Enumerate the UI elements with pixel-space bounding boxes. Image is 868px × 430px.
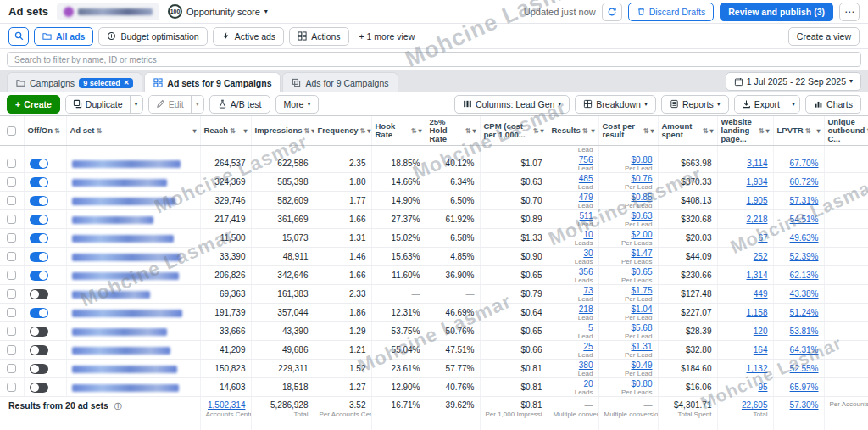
view-chip-budget-optimisation[interactable]: Budget optimisation — [98, 27, 207, 46]
discard-drafts-button[interactable]: Discard Drafts — [628, 3, 715, 21]
more-options-button[interactable]: ⋯ — [839, 3, 860, 21]
lpvtr-link[interactable]: 62.13% — [779, 271, 819, 280]
column-header-cost-per-result[interactable]: Cost per result⇅▾ — [598, 116, 658, 146]
adset-name-redacted[interactable] — [72, 384, 179, 392]
adset-name-redacted[interactable] — [72, 272, 179, 280]
cost-per-result-link[interactable]: $1.75 — [604, 286, 653, 295]
adset-name-redacted[interactable] — [72, 347, 170, 355]
column-header-hook-rate[interactable]: Hook Rate⇅▾ — [371, 116, 426, 146]
results-link[interactable]: 73 — [554, 286, 593, 295]
column-header-ad-set[interactable]: Ad set⇅▾ — [66, 116, 200, 146]
chevron-down-icon[interactable]: ▾ — [192, 127, 196, 135]
website-lpv-link[interactable]: 1,314 — [723, 271, 768, 280]
adset-toggle[interactable] — [30, 196, 48, 206]
duplicate-menu-button[interactable]: ▾ — [130, 96, 142, 113]
chevron-down-icon[interactable]: ▾ — [709, 127, 713, 135]
column-header-reach[interactable]: Reach⇅▾ — [200, 116, 251, 146]
chevron-down-icon[interactable]: ▾ — [540, 127, 543, 135]
column-header-off-on[interactable]: Off/On⇅ — [24, 116, 66, 146]
website-lpv-link[interactable]: 1,905 — [723, 196, 768, 205]
website-lpv-link[interactable]: 120 — [723, 327, 768, 336]
edit-button[interactable]: Edit — [149, 96, 191, 113]
website-lpv-link[interactable]: 95 — [723, 383, 768, 392]
website-lpv-link[interactable]: 252 — [723, 252, 768, 261]
create-button[interactable]: + Create — [7, 95, 60, 114]
column-header-hold-rate[interactable]: 25% Hold Rate⇅▾ — [426, 116, 480, 146]
filter-search-input[interactable] — [7, 52, 861, 67]
cost-per-result-link[interactable]: $0.63 — [604, 211, 653, 221]
website-lpv-link[interactable]: 449 — [723, 289, 768, 299]
chevron-down-icon[interactable]: ▾ — [650, 127, 654, 135]
results-link[interactable]: 756 — [554, 155, 593, 165]
adset-toggle[interactable] — [30, 215, 48, 225]
ab-test-button[interactable]: A/B test — [209, 95, 270, 114]
column-header-lpvtr[interactable]: LPVTR⇅▾ — [773, 116, 824, 146]
lpvtr-link[interactable]: 54.51% — [779, 215, 819, 224]
row-checkbox[interactable] — [7, 383, 16, 392]
results-link[interactable]: 356 — [554, 267, 593, 276]
website-lpv-link[interactable]: 2,218 — [723, 215, 768, 224]
close-icon[interactable]: ✕ — [124, 79, 130, 87]
row-checkbox[interactable] — [7, 252, 16, 261]
adset-toggle[interactable] — [30, 177, 48, 187]
select-all-checkbox[interactable] — [7, 126, 16, 136]
view-chip-active-ads[interactable]: Active ads — [213, 27, 284, 46]
row-checkbox[interactable] — [7, 345, 16, 355]
tab-ad-sets[interactable]: Ad sets for 9 Campaigns — [144, 72, 281, 92]
row-checkbox[interactable] — [7, 233, 16, 243]
tab-campaigns[interactable]: Campaigns 9 selected ✕ — [7, 72, 142, 92]
cost-per-result-link[interactable]: $0.49 — [604, 360, 653, 370]
adset-name-redacted[interactable] — [72, 198, 175, 205]
adset-toggle[interactable] — [30, 159, 48, 169]
row-checkbox[interactable] — [7, 196, 16, 205]
adset-name-redacted[interactable] — [72, 328, 167, 336]
cost-per-result-link[interactable]: $0.76 — [604, 174, 653, 183]
website-lpv-link[interactable]: 1,158 — [723, 308, 768, 317]
lpvtr-link[interactable]: 65.97% — [779, 383, 819, 392]
adset-toggle[interactable] — [30, 364, 48, 374]
adset-toggle[interactable] — [30, 308, 48, 318]
review-publish-button[interactable]: Review and publish (3) — [720, 3, 833, 21]
results-link[interactable]: 10 — [554, 230, 593, 239]
row-checkbox[interactable] — [7, 289, 16, 299]
selected-badge[interactable]: 9 selected ✕ — [79, 78, 133, 88]
results-link[interactable]: 479 — [554, 193, 593, 202]
cost-per-result-link[interactable]: $0.65 — [604, 267, 653, 276]
website-lpv-link[interactable]: 164 — [723, 345, 768, 355]
more-views-button[interactable]: + 1 more view — [354, 31, 420, 42]
results-link[interactable]: 5 — [554, 323, 593, 332]
breakdown-button[interactable]: Breakdown ▾ — [575, 95, 656, 114]
lpvtr-link[interactable]: 49.63% — [779, 233, 819, 243]
tab-ads[interactable]: Ads for 9 Campaigns — [282, 72, 398, 92]
duplicate-button[interactable]: Duplicate — [66, 96, 130, 113]
lpvtr-link[interactable]: 64.31% — [779, 345, 819, 355]
adset-toggle[interactable] — [30, 383, 48, 393]
column-header-amount-spent[interactable]: Amount spent⇅▾ — [658, 116, 717, 146]
results-link[interactable]: 511 — [554, 211, 593, 221]
charts-button[interactable]: Charts — [805, 95, 861, 114]
search-button[interactable] — [8, 27, 29, 46]
date-range-picker[interactable]: 1 Jul 2025 - 22 Sep 2025 ▾ — [726, 72, 861, 91]
column-header-results[interactable]: Results⇅▾ — [548, 116, 598, 146]
column-header-frequency[interactable]: Frequency⇅▾ — [314, 116, 371, 146]
info-icon[interactable]: ⓘ — [114, 402, 122, 410]
cost-per-result-link[interactable]: $5.68 — [604, 323, 653, 332]
results-link[interactable]: 25 — [554, 342, 593, 351]
reports-button[interactable]: Reports ▾ — [661, 95, 729, 114]
lpvtr-link[interactable]: 67.70% — [779, 159, 819, 168]
chevron-down-icon[interactable]: ▾ — [765, 127, 769, 135]
adset-name-redacted[interactable] — [72, 216, 153, 224]
lpvtr-link[interactable]: 53.81% — [779, 327, 819, 336]
summary-reach-value[interactable]: 1,502,314 — [206, 400, 246, 410]
refresh-button[interactable] — [602, 3, 622, 21]
adset-name-redacted[interactable] — [72, 254, 181, 261]
cost-per-result-link[interactable]: $1.47 — [604, 249, 653, 258]
summary-lpvtr-value[interactable]: 57.30% — [779, 400, 819, 410]
create-view-button[interactable]: Create a view — [788, 27, 860, 46]
adset-toggle[interactable] — [30, 271, 48, 281]
adset-toggle[interactable] — [30, 252, 48, 262]
cost-per-result-link[interactable]: $0.85 — [604, 193, 653, 202]
cost-per-result-link[interactable]: $1.04 — [604, 304, 653, 314]
adset-name-redacted[interactable] — [72, 160, 181, 168]
cost-per-result-link[interactable]: $1.31 — [604, 342, 653, 351]
